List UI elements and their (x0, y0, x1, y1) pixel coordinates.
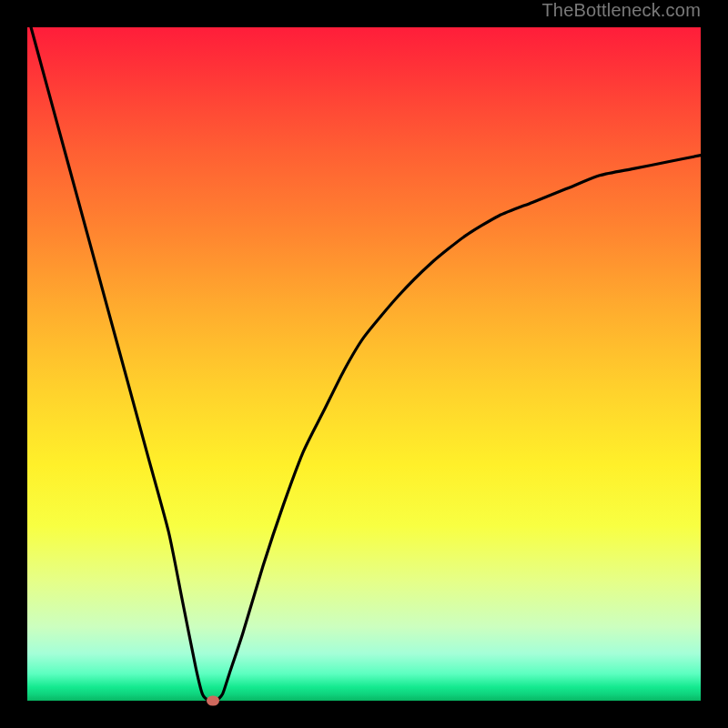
bottleneck-curve (27, 27, 701, 701)
chart-frame: TheBottleneck.com (0, 0, 728, 728)
watermark-text: TheBottleneck.com (541, 0, 701, 21)
plot-area (27, 27, 701, 701)
min-marker-dot (207, 696, 219, 706)
